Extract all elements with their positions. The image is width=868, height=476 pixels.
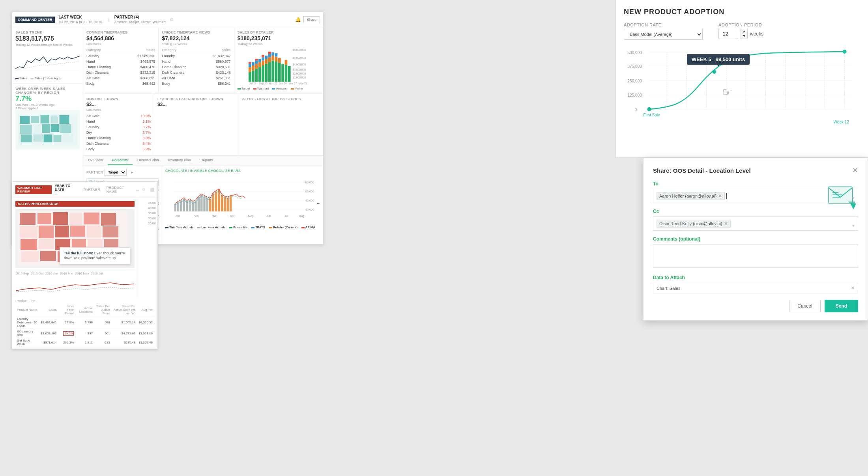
svg-rect-35 [258, 62, 261, 67]
unique-timeframes-sub: Trailing 12 Weeks [162, 42, 230, 46]
adoption-rate-select[interactable]: Bass Model (Average) [624, 29, 703, 40]
comments-textarea[interactable] [653, 244, 858, 268]
svg-rect-56 [281, 64, 284, 82]
chart-tooltip: WEEK 5 98,500 units [687, 54, 750, 65]
ut-col-category: Category [162, 47, 202, 53]
walmart-body: SALES PERFORMANCE [12, 198, 157, 297]
cc-dropdown-arrow[interactable]: ▼ [851, 224, 855, 228]
tab-forecasts[interactable]: Forecasts [108, 156, 133, 165]
partner-db2: PARTNER [84, 188, 100, 192]
oos-sub: Last Week [86, 108, 151, 112]
to-dropdown-arrow[interactable]: ▼ [851, 196, 855, 200]
svg-rect-85 [203, 196, 206, 212]
table-row: Home Cleaning$329,531 [162, 64, 230, 70]
close2-icon[interactable]: ⬜ [150, 188, 154, 192]
svg-rect-46 [268, 54, 271, 57]
svg-text:250,000: 250,000 [628, 79, 642, 83]
wow-sub2: 3 Filters applied [15, 106, 80, 110]
common-timeframes-sub: Last Week [86, 42, 155, 46]
svg-rect-27 [252, 71, 254, 82]
common-timeframes-table: Category Sales Laundry$1,289,290 Hand$49… [86, 47, 155, 86]
svg-rect-75 [174, 204, 176, 211]
tab-right-chart: CHOCOLATE / INVISIBLE CHOCOLATE BARS 80,… [162, 166, 323, 244]
spinner-down[interactable]: ▼ [741, 34, 747, 39]
svg-rect-8 [33, 124, 41, 134]
to-remove-button[interactable]: ✕ [718, 193, 722, 199]
svg-rect-24 [249, 67, 251, 72]
weeks-input-group: ▲ ▼ weeks [718, 29, 763, 39]
svg-rect-117 [39, 239, 54, 249]
svg-rect-90 [218, 190, 220, 211]
leaders-label: LEADERS & LAGGARDS DRILL-DOWN [157, 97, 236, 101]
sales-trend-section: SALES TREND $183,517,575 Trailing 12 Wee… [12, 27, 83, 84]
to-field[interactable]: Aaron Hoffer (aaron@alloy.ai) ✕ ▼ [653, 189, 858, 203]
settings2-icon[interactable]: ⚙ [142, 188, 145, 192]
tab-demand-plan[interactable]: Demand Plan [133, 156, 164, 165]
share-dialog: Share: OOS Detail - Location Level ✕ To … [643, 158, 868, 321]
comments-label: Comments (optional) [653, 236, 858, 242]
sales-by-retailer-sub: Trailing 52 Weeks [238, 42, 320, 46]
svg-rect-44 [268, 62, 271, 82]
top-metrics-row: COMMON TIMEFRAMES $4,564,886 Last Week C… [83, 27, 323, 94]
cc-recipient-tag[interactable]: Oisin Reed-Kelly (oisin@alloy.ai) ✕ [657, 220, 731, 228]
svg-rect-92 [224, 197, 226, 212]
walmart-right-labels: 45.00 40.00 35.00 30.00 25.00 [138, 198, 157, 297]
to-recipient-tag[interactable]: Aaron Hoffer (aaron@alloy.ai) ✕ [657, 192, 725, 200]
svg-text:Jul 19: Jul 19 [249, 82, 256, 85]
adoption-controls: Adoption Rate Bass Model (Average) Adopt… [624, 22, 860, 40]
data-attach-remove[interactable]: ✕ [851, 286, 855, 291]
tab-inventory-plan[interactable]: Inventory Plan [164, 156, 196, 165]
svg-rect-87 [209, 199, 211, 211]
svg-rect-43 [265, 56, 268, 59]
tab-overview[interactable]: Overview [83, 156, 108, 165]
weeks-input[interactable] [718, 29, 738, 39]
ct-col-category: Category [86, 47, 126, 53]
svg-text:Apr: Apr [230, 215, 235, 218]
table-row: Hand$560,977 [162, 59, 230, 64]
bell-icon[interactable]: 🔔 [295, 17, 301, 22]
settings-icon[interactable]: ⚙ [170, 17, 174, 22]
data-attach-field[interactable]: Chart: Sales ✕ [653, 283, 858, 293]
svg-rect-93 [226, 198, 229, 212]
common-timeframes-block: COMMON TIMEFRAMES $4,564,886 Last Week C… [83, 27, 159, 93]
svg-rect-109 [101, 213, 116, 226]
svg-text:Week 12: Week 12 [834, 120, 849, 124]
send-button[interactable]: Send [825, 300, 858, 312]
table-row: Home Cleaning8.0% [86, 135, 151, 141]
svg-rect-42 [265, 59, 268, 64]
share-button[interactable]: Share [303, 16, 320, 23]
oos-table: Air Care10.9% Hand5.1% Laundry3.7% Dry5.… [86, 113, 151, 152]
tab-reports[interactable]: Reports [196, 156, 218, 165]
svg-rect-106 [53, 212, 68, 225]
product-table-filter: Product Line [15, 299, 154, 303]
spinner-up[interactable]: ▲ [741, 29, 747, 34]
svg-rect-26 [249, 62, 251, 64]
cc-field[interactable]: Oisin Reed-Kelly (oisin@alloy.ai) ✕ ▼ [653, 217, 858, 231]
svg-text:Feb: Feb [193, 215, 198, 218]
svg-rect-14 [44, 134, 52, 142]
sales-trend-label: SALES TREND [15, 30, 80, 34]
col-active-loc: Active Locations [75, 304, 94, 316]
svg-text:65,000: 65,000 [305, 190, 314, 194]
svg-rect-37 [262, 65, 264, 82]
comments-section: Comments (optional) [653, 236, 858, 269]
col-avg: Avg Per [137, 304, 154, 316]
cc-remove-button[interactable]: ✕ [724, 221, 728, 226]
forecast-legend: This Year Actuals Last year Actuals Ense… [165, 226, 320, 229]
adoption-period-group: Adoption Period ▲ ▼ weeks [718, 22, 763, 40]
svg-rect-50 [271, 52, 274, 56]
table-row: Home Cleaning$480,476 [86, 64, 155, 70]
svg-rect-55 [278, 58, 281, 63]
cancel-button[interactable]: Cancel [789, 300, 820, 312]
svg-rect-13 [34, 134, 43, 142]
close-dialog-button[interactable]: ✕ [852, 166, 858, 175]
header-actions: 🔔 Share [295, 16, 320, 23]
svg-rect-113 [70, 226, 85, 237]
svg-text:80,000: 80,000 [305, 181, 314, 185]
svg-text:$4,000,000: $4,000,000 [292, 63, 306, 66]
partner-select[interactable]: Target [105, 169, 127, 176]
svg-rect-23 [249, 72, 251, 82]
us-map-svg [15, 110, 80, 149]
svg-rect-9 [42, 124, 50, 133]
walmart-left: SALES PERFORMANCE [12, 198, 138, 297]
